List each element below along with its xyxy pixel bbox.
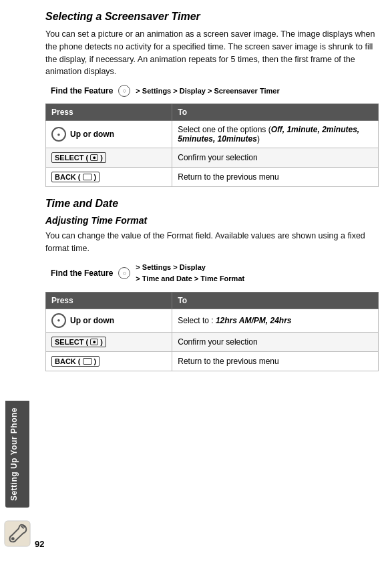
table1-row1-press: ● Up or down (46, 121, 172, 148)
find-feature-path-2: > Settings > Display > Time and Date > T… (136, 262, 244, 285)
table1-header-to: To (172, 104, 379, 121)
table-row: BACK ( ) Return to the previous menu (46, 351, 379, 371)
select-button-1: SELECT ( ● ) (51, 152, 106, 163)
menu-icon-1: ○ (118, 85, 130, 97)
main-content: Selecting a Screensaver Timer You can se… (35, 0, 392, 561)
section2-subtitle: Adjusting Time Format (45, 215, 379, 226)
table1-row2-press: SELECT ( ● ) (46, 148, 172, 168)
table-row: BACK ( ) Return to the previous menu (46, 168, 379, 187)
table2-row1-to: Select to : 12hrs AM/PM, 24hrs (172, 309, 379, 332)
page-number: 92 (35, 539, 44, 549)
wrench-icon (3, 520, 31, 548)
table2-header-press: Press (46, 292, 172, 309)
section2-title: Time and Date (45, 198, 379, 210)
section2-body: You can change the value of the Format f… (45, 230, 379, 255)
table-row: ● Up or down Select one of the options (… (46, 121, 379, 148)
find-feature-1: Find the Feature ○ > Settings > Display … (51, 85, 379, 97)
table1-row3-to: Return to the previous menu (172, 168, 379, 187)
table1-row3-press: BACK ( ) (46, 168, 172, 187)
nav-circle-2: ● (51, 313, 66, 328)
back-button-1: BACK ( ) (51, 172, 100, 182)
table2-row1-press: ● Up or down (46, 309, 172, 332)
table2-row3-press: BACK ( ) (46, 351, 172, 371)
table-row: SELECT ( ● ) Confirm your selection (46, 148, 379, 168)
table-2: Press To ● Up or down Select to : 12hrs … (45, 292, 379, 371)
back-button-2: BACK ( ) (51, 356, 100, 367)
table-1: Press To ● Up or down Select one of the … (45, 104, 379, 187)
table2-header-to: To (172, 292, 379, 309)
find-feature-label-1: Find the Feature (51, 86, 113, 96)
table2-row2-to: Confirm your selection (172, 332, 379, 351)
menu-icon-2: ○ (118, 267, 130, 279)
table2-row3-to: Return to the previous menu (172, 351, 379, 371)
table1-row2-to: Confirm your selection (172, 148, 379, 168)
sidebar: Setting Up Your Phone (0, 0, 35, 561)
table-row: ● Up or down Select to : 12hrs AM/PM, 24… (46, 309, 379, 332)
nav-circle-1: ● (51, 127, 66, 142)
section1-body: You can set a picture or an animation as… (45, 28, 379, 78)
page-wrapper: Setting Up Your Phone Selecting a Screen… (0, 0, 392, 561)
find-feature-2: Find the Feature ○ > Settings > Display … (51, 262, 379, 285)
table1-row1-to: Select one of the options (Off, 1minute,… (172, 121, 379, 148)
find-feature-label-2: Find the Feature (51, 268, 113, 278)
svg-point-1 (11, 537, 15, 540)
find-feature-path-1: > Settings > Display > Screensaver Timer (136, 87, 279, 95)
section1-title: Selecting a Screensaver Timer (45, 11, 379, 23)
table1-header-press: Press (46, 104, 172, 121)
table2-row2-press: SELECT ( ● ) (46, 332, 172, 351)
sidebar-label: Setting Up Your Phone (5, 401, 29, 508)
svg-rect-0 (5, 521, 30, 546)
select-button-2: SELECT ( ● ) (51, 337, 106, 347)
table-row: SELECT ( ● ) Confirm your selection (46, 332, 379, 351)
